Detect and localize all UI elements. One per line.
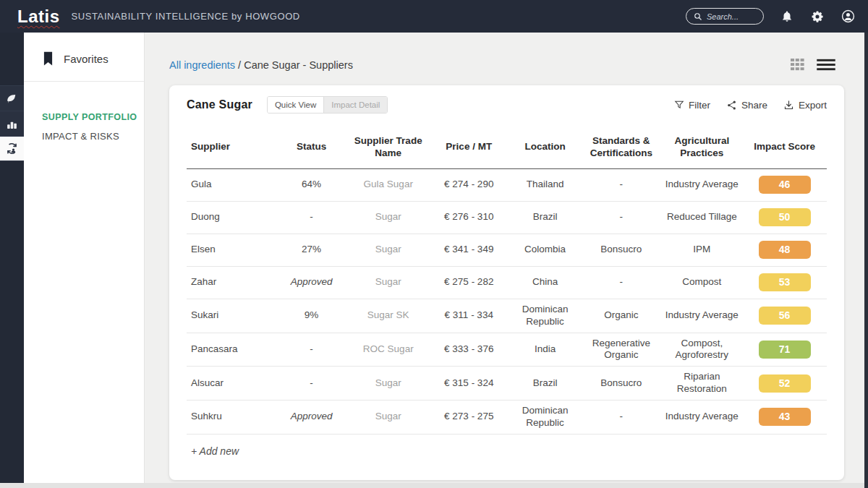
breadcrumb: All ingredients / Cane Sugar - Suppliers (169, 59, 353, 71)
user-icon[interactable] (841, 9, 855, 24)
impact-score-badge[interactable]: 71 (759, 341, 811, 359)
rail-item-suppliers[interactable] (0, 136, 24, 161)
col-price[interactable]: Price / MT (429, 128, 510, 168)
status-cell: Approved (275, 401, 348, 435)
sidebar-item-supply-portfolio[interactable]: SUPPLY PORTFOLIO (42, 112, 144, 122)
trade-name-cell: Sugar (348, 367, 429, 401)
tab-quick-view[interactable]: Quick View (268, 97, 323, 113)
impact-score-badge[interactable]: 53 (759, 273, 811, 291)
col-location[interactable]: Location (509, 128, 581, 168)
tab-impact-detail[interactable]: Impact Detail (323, 97, 387, 113)
standards-cell: - (581, 266, 662, 299)
col-standards[interactable]: Standards & Certifications (581, 128, 662, 168)
practices-cell: IPM (662, 234, 743, 266)
bar-chart-icon (6, 118, 18, 130)
practices-cell: Industry Average (662, 168, 743, 201)
standards-cell: - (581, 168, 662, 201)
table-row[interactable]: Sukari9%Sugar SK€ 311 - 334Dominican Rep… (187, 299, 827, 333)
grid-view-icon[interactable] (791, 59, 807, 71)
standards-cell: Regenerative Organic (581, 333, 662, 367)
status-cell: - (275, 333, 348, 367)
location-cell: Dominican Republic (509, 401, 581, 435)
impact-score-badge[interactable]: 43 (759, 408, 811, 426)
status-cell: - (275, 367, 348, 401)
suppliers-table: Supplier Status Supplier Trade Name Pric… (187, 128, 827, 435)
table-row[interactable]: Pancasara-ROC Sugar€ 333 - 376IndiaRegen… (187, 333, 827, 367)
col-status[interactable]: Status (275, 128, 348, 168)
price-cell: € 315 - 324 (429, 367, 510, 401)
impact-score-badge[interactable]: 52 (759, 374, 811, 393)
impact-score-badge[interactable]: 56 (759, 307, 811, 325)
latis-logo[interactable]: Latis (17, 7, 60, 27)
vertical-scrollbar[interactable] (864, 33, 868, 488)
impact-score-cell: 48 (742, 234, 827, 266)
location-cell: China (509, 266, 581, 299)
trade-name-cell: Sugar (348, 266, 429, 299)
col-trade-name[interactable]: Supplier Trade Name (348, 128, 429, 168)
status-cell: Approved (275, 266, 348, 299)
table-row[interactable]: Gula64%Gula Sugar€ 274 - 290Thailand-Ind… (187, 168, 827, 201)
list-view-icon[interactable] (817, 59, 835, 71)
trade-name-cell: Sugar (348, 401, 429, 435)
supplier-cell: Elsen (187, 234, 275, 266)
sidebar-item-impact-risks[interactable]: IMPACT & RISKS (42, 131, 144, 142)
supplier-cell: Zahar (187, 266, 275, 299)
search-icon (694, 12, 702, 21)
bell-icon[interactable] (780, 9, 794, 24)
main-content: All ingredients / Cane Sugar - Suppliers… (145, 33, 864, 488)
practices-cell: Industry Average (662, 299, 743, 333)
horizontal-scrollbar[interactable] (0, 483, 864, 488)
trade-name-cell: Sugar (348, 201, 429, 234)
impact-score-badge[interactable]: 48 (759, 241, 811, 259)
leaf-icon (5, 92, 19, 106)
breadcrumb-link-all-ingredients[interactable]: All ingredients (169, 59, 235, 71)
col-impact-score[interactable]: Impact Score (742, 128, 827, 168)
standards-cell: - (581, 201, 662, 234)
add-new-button[interactable]: + Add new (187, 435, 827, 457)
export-icon (783, 100, 794, 111)
practices-cell: Compost, Agroforestry (662, 333, 743, 367)
search-input[interactable] (707, 12, 757, 21)
col-supplier[interactable]: Supplier (187, 128, 275, 168)
trade-name-cell: Gula Sugar (348, 168, 429, 201)
impact-score-badge[interactable]: 50 (759, 208, 811, 226)
share-icon (726, 100, 737, 111)
filter-icon (674, 100, 684, 110)
rail-item-ingredients[interactable] (0, 85, 24, 111)
table-row[interactable]: Elsen27%Sugar€ 341 - 349ColombiaBonsucro… (187, 234, 827, 266)
supplier-cell: Alsucar (187, 367, 275, 401)
location-cell: Dominican Republic (509, 299, 581, 333)
practices-cell: Riparian Restoration (662, 367, 743, 401)
table-row[interactable]: Alsucar-Sugar€ 315 - 324BrazilBonsucroRi… (187, 367, 827, 401)
rail-item-analytics[interactable] (0, 111, 24, 136)
card-title: Cane Sugar (187, 98, 252, 111)
price-cell: € 341 - 349 (429, 234, 510, 266)
col-practices[interactable]: Agricultural Practices (662, 128, 743, 168)
table-row[interactable]: Duong-Sugar€ 276 - 310Brazil-Reduced Til… (187, 201, 827, 234)
supplier-cell: Suhkru (187, 401, 275, 435)
standards-cell: - (581, 401, 662, 435)
impact-score-cell: 50 (742, 201, 827, 234)
app-tagline: SUSTAINABILITY INTELLIGENCE by HOWGOOD (72, 11, 300, 22)
trade-name-cell: Sugar (348, 234, 429, 266)
search-box[interactable] (686, 8, 764, 25)
impact-score-cell: 71 (742, 333, 827, 367)
supplier-cycle-icon (5, 142, 19, 155)
sidebar-item-favorites[interactable]: Favorites (24, 33, 144, 82)
location-cell: Colombia (509, 234, 581, 266)
view-segmented-control: Quick View Impact Detail (267, 96, 388, 114)
table-header-row: Supplier Status Supplier Trade Name Pric… (187, 128, 827, 168)
gear-icon[interactable] (810, 9, 825, 24)
status-cell: 64% (275, 168, 348, 201)
table-row[interactable]: SuhkruApprovedSugar€ 273 - 275Dominican … (187, 401, 827, 435)
supplier-cell: Gula (187, 168, 275, 201)
impact-score-badge[interactable]: 46 (759, 176, 811, 194)
price-cell: € 333 - 376 (429, 333, 510, 367)
export-button[interactable]: Export (783, 100, 827, 111)
location-cell: Thailand (509, 168, 581, 201)
filter-button[interactable]: Filter (674, 100, 710, 111)
table-row[interactable]: ZaharApprovedSugar€ 275 - 282China-Compo… (187, 266, 827, 299)
status-cell: 9% (275, 299, 348, 333)
share-button[interactable]: Share (726, 100, 767, 111)
impact-score-cell: 52 (742, 367, 827, 401)
